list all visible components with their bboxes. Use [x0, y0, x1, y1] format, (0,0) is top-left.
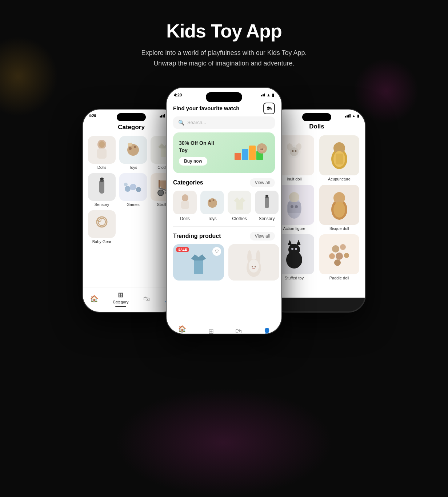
doll-label-acupuncture: Acupuncture	[328, 177, 351, 181]
home-cat-dolls[interactable]: Dolls	[173, 191, 197, 221]
svg-point-75	[334, 259, 341, 266]
dynamic-island-left	[117, 113, 146, 121]
center-phone: 4:20 ▲ ▮ Find your favourite watch 🛍	[166, 87, 282, 334]
home-cat-clothes[interactable]: Clothes	[228, 191, 251, 221]
svg-rect-1	[97, 148, 107, 159]
cat-label-toys: Toys	[129, 165, 137, 170]
search-placeholder: Search...	[187, 120, 206, 125]
doll-item-acupuncture[interactable]: Acupuncture	[319, 135, 360, 181]
category-grid: Dolls Toys	[83, 134, 180, 246]
cat-item-sensory[interactable]: Sensory	[88, 173, 116, 207]
phones-container: 4:20 ▲ ▮ Category	[0, 87, 448, 334]
home-cat-img-clothes	[228, 191, 251, 214]
nav-home-center[interactable]: 🏠 Home	[177, 325, 187, 334]
cat-img-dolls	[88, 136, 116, 164]
nav-cart-center[interactable]: 🛍	[235, 327, 242, 334]
svg-point-2	[99, 141, 105, 148]
subtitle-line2: Unwrap the magic of imagination and adve…	[153, 60, 294, 67]
sale-badge: SALE	[176, 247, 189, 252]
cat-img-sensory	[88, 173, 116, 201]
doll-label-bisque: Bisque doll	[329, 226, 349, 231]
nav-home-label-center: Home	[177, 334, 187, 334]
doll-img-bisque	[319, 185, 359, 225]
home-cat-label-toys: Toys	[208, 216, 217, 221]
svg-rect-55	[336, 154, 343, 164]
svg-rect-58	[288, 202, 301, 213]
dolls-title: Dolls	[309, 123, 324, 130]
wifi-icon-right: ▲	[352, 114, 356, 118]
category-icon-left: ⊞	[118, 291, 123, 298]
home-icon-left: 🏠	[90, 295, 98, 298]
bottom-nav-center: 🏠 Home ⊞ 🛍 👤	[167, 321, 281, 334]
search-icon: 🔍	[178, 120, 184, 126]
cat-item-games[interactable]: Games	[119, 173, 147, 207]
trending-view-all[interactable]: View all	[250, 232, 275, 240]
category-screen: Category Dolls	[83, 119, 180, 298]
bg-decoration-bottom	[115, 388, 333, 497]
product-card-bunny[interactable]	[228, 244, 279, 281]
svg-point-10	[125, 186, 131, 192]
cat-item-babygear[interactable]: Baby Gear	[88, 210, 116, 244]
trending-section-title: Trending product	[173, 233, 221, 239]
center-phone-wrapper: 4:20 ▲ ▮ Find your favourite watch 🛍	[166, 87, 282, 334]
page-subtitle: Explore into a world of playfulness with…	[0, 48, 448, 69]
cat-label-babygear: Baby Gear	[92, 239, 112, 244]
nav-home-left[interactable]: 🏠	[90, 295, 98, 298]
home-cat-sensory[interactable]: Sensory	[255, 191, 279, 221]
heart-button[interactable]: ♡	[212, 247, 221, 256]
wifi-icon-center: ▲	[267, 93, 271, 97]
home-cat-toys[interactable]: Toys	[200, 191, 224, 221]
bag-icon[interactable]: 🛍	[263, 103, 275, 114]
svg-point-59	[291, 205, 293, 208]
doll-label-action: Action figure	[283, 226, 305, 231]
bottom-nav-left: 🏠 ⊞ Category 🛍 👤	[83, 287, 180, 298]
cat-img-games	[119, 173, 147, 201]
signal-icon-center	[261, 94, 265, 96]
trending-section-header: Trending product View all	[167, 232, 281, 244]
promo-banner: 30% Off On All Toy Buy now	[173, 132, 275, 173]
svg-point-74	[344, 253, 349, 258]
svg-point-51	[295, 150, 297, 152]
doll-item-paddle[interactable]: Paddle doll	[319, 234, 360, 280]
svg-point-43	[252, 266, 253, 267]
doll-item-bisque[interactable]: Bisque doll	[319, 185, 360, 231]
home-cat-img-sensory	[255, 191, 279, 214]
product-img-bunny	[228, 244, 279, 281]
product-img-outfit: SALE ♡	[173, 244, 224, 281]
svg-rect-32	[181, 201, 189, 209]
categories-view-all[interactable]: View all	[250, 178, 275, 187]
svg-point-45	[252, 268, 255, 269]
svg-point-71	[340, 244, 346, 250]
nav-grid-center[interactable]: ⊞	[208, 327, 214, 334]
home-screen: Find your favourite watch 🛍 🔍 Search... …	[167, 99, 281, 321]
divider	[173, 226, 275, 227]
svg-marker-66	[288, 240, 292, 245]
search-bar[interactable]: 🔍 Search...	[173, 116, 275, 129]
cat-img-toys	[119, 136, 147, 164]
dolls-grid: Inuit doll Acupuncture	[268, 133, 365, 282]
nav-profile-center[interactable]: 👤	[263, 327, 271, 334]
svg-marker-67	[296, 240, 301, 245]
dolls-screen: ‹ Dolls	[268, 119, 365, 298]
dynamic-island-center	[206, 92, 242, 102]
banner-text: 30% Off On All Toy	[179, 140, 214, 154]
doll-label-stuffed: Stuffed toy	[285, 276, 304, 280]
buy-now-button[interactable]: Buy now	[179, 157, 207, 166]
battery-icon-center: ▮	[272, 93, 274, 98]
home-cat-label-sensory: Sensory	[259, 216, 275, 221]
cat-item-toys[interactable]: Toys	[119, 136, 147, 170]
svg-rect-23	[249, 146, 256, 160]
svg-point-38	[265, 195, 268, 197]
nav-cart-left[interactable]: 🛍	[143, 295, 150, 298]
svg-point-28	[262, 145, 265, 148]
nav-category-left[interactable]: ⊞ Category	[113, 291, 128, 298]
category-header: Category	[83, 119, 180, 134]
svg-point-29	[260, 148, 262, 150]
svg-rect-21	[235, 153, 241, 160]
cart-icon-center: 🛍	[235, 327, 242, 334]
page-title: Kids Toy App	[0, 20, 448, 42]
home-cat-label-dolls: Dolls	[180, 216, 190, 221]
cat-item-dolls[interactable]: Dolls	[88, 136, 116, 170]
product-card-outfit[interactable]: SALE ♡	[173, 244, 224, 281]
banner-content: 30% Off On All Toy Buy now	[179, 140, 214, 166]
